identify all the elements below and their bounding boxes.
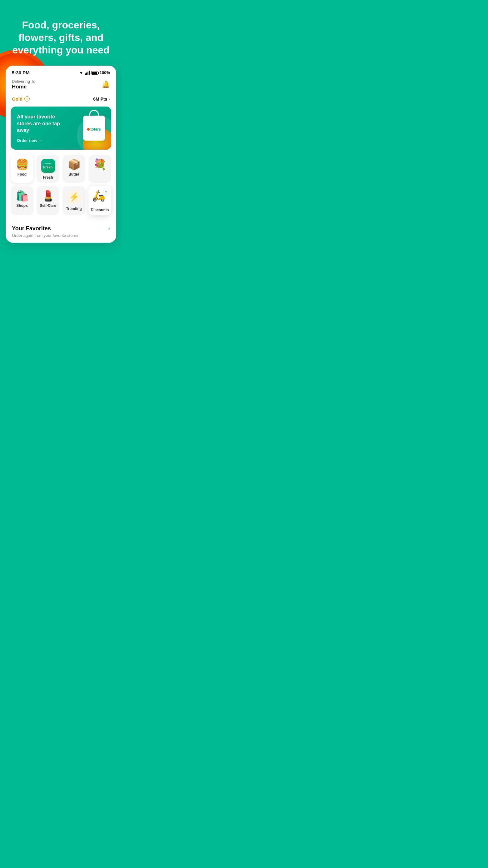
- gold-info-icon[interactable]: i: [24, 96, 30, 101]
- category-trending[interactable]: ⚡ Trending: [62, 186, 85, 215]
- categories-section: 🍔 Food toters Fresh Fresh 📦 Butler: [6, 155, 116, 220]
- battery-icon: [91, 71, 98, 75]
- points-value: 6M Pts: [93, 97, 107, 101]
- app-wrapper: Food, groceries, flowers, gifts, and eve…: [0, 0, 122, 255]
- discounts-label: Discounts: [91, 208, 109, 212]
- shops-label: Shops: [16, 204, 28, 208]
- category-flowers[interactable]: 💐: [88, 155, 111, 183]
- battery-percent: 100%: [100, 70, 110, 75]
- promo-banner[interactable]: All your favorite stores are one tap awa…: [11, 106, 111, 150]
- favorites-subtitle: Order again from your favorite stores: [12, 233, 110, 238]
- trending-label: Trending: [66, 207, 82, 211]
- category-selfcare[interactable]: 💄 Self-Care: [36, 186, 59, 215]
- banner-bag: toters: [83, 116, 105, 141]
- banner-text: All your favorite stores are one tap awa…: [17, 114, 65, 134]
- status-time: 5:30 PM: [12, 70, 30, 75]
- phone-card: 5:30 PM ▼ 100% Delivering To Home: [6, 66, 116, 243]
- shops-icon: 🛍️: [16, 190, 29, 201]
- category-butler[interactable]: 📦 Butler: [62, 155, 85, 183]
- category-food[interactable]: 🍔 Food: [11, 155, 33, 183]
- signal-icon: [85, 71, 90, 75]
- points-display[interactable]: 6M Pts ›: [93, 97, 110, 101]
- status-icons: ▼ 100%: [79, 70, 110, 75]
- toters-logo: toters: [87, 127, 100, 131]
- delivery-location: Home: [12, 84, 35, 90]
- fresh-label: Fresh: [43, 175, 53, 180]
- category-discounts[interactable]: 🛵 % Discounts: [88, 186, 111, 215]
- discounts-icon-wrap: 🛵 %: [92, 190, 108, 206]
- logo-text: toters: [90, 127, 100, 131]
- favorites-header: Your Favorites ›: [12, 225, 110, 232]
- gold-membership-bar[interactable]: Gold i 6M Pts ›: [6, 94, 116, 106]
- favorites-title: Your Favorites: [12, 225, 51, 232]
- wifi-icon: ▼: [79, 70, 84, 75]
- food-icon: 🍔: [16, 159, 29, 170]
- gold-progress-bar: [35, 98, 43, 99]
- discount-badge: %: [103, 189, 109, 195]
- bag-handle: [89, 110, 99, 117]
- category-row-1: 🍔 Food toters Fresh Fresh 📦 Butler: [11, 155, 111, 183]
- delivery-info: Delivering To Home: [12, 79, 35, 90]
- selfcare-label: Self-Care: [40, 204, 56, 208]
- food-label: Food: [18, 172, 27, 177]
- chevron-right-icon: ›: [109, 97, 110, 101]
- delivering-to-label: Delivering To: [12, 79, 35, 84]
- gold-label: Gold: [12, 96, 23, 101]
- favorites-chevron-icon[interactable]: ›: [108, 225, 110, 232]
- butler-label: Butler: [68, 172, 79, 177]
- category-row-2: 🛍️ Shops 💄 Self-Care ⚡ Trending 🛵: [11, 186, 111, 215]
- category-shops[interactable]: 🛍️ Shops: [11, 186, 33, 215]
- flowers-icon: 💐: [93, 159, 106, 170]
- gold-left: Gold i: [12, 96, 43, 101]
- favorites-section: Your Favorites › Order again from your f…: [6, 220, 116, 243]
- hero-section: Food, groceries, flowers, gifts, and eve…: [0, 0, 122, 66]
- status-bar: 5:30 PM ▼ 100%: [6, 66, 116, 78]
- selfcare-icon: 💄: [41, 190, 55, 201]
- trending-icon: ⚡: [67, 190, 81, 204]
- category-fresh[interactable]: toters Fresh Fresh: [36, 155, 59, 183]
- logo-dot: [87, 128, 90, 131]
- bottom-spacer: [0, 243, 122, 255]
- butler-icon: 📦: [67, 159, 81, 170]
- fresh-icon: toters Fresh: [41, 159, 55, 173]
- delivery-header: Delivering To Home 🔔: [6, 78, 116, 94]
- notifications-button[interactable]: 🔔: [101, 80, 110, 88]
- hero-title: Food, groceries, flowers, gifts, and eve…: [9, 19, 113, 56]
- bag-shape: toters: [83, 116, 105, 141]
